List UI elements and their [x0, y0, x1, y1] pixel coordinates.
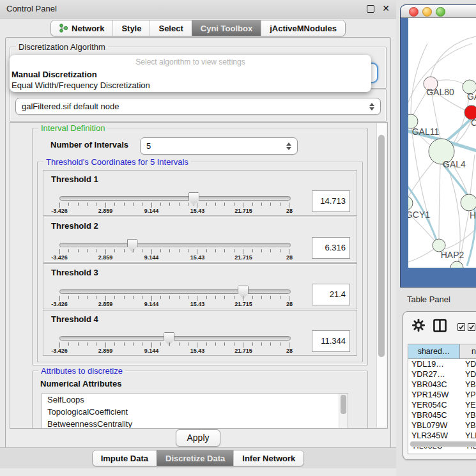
tab-label: Impute Data	[101, 454, 148, 463]
threshold-panel-2: Threshold 2-3.4262.8599.14415.4321.71528…	[43, 217, 357, 263]
gear-icon[interactable]	[412, 319, 425, 332]
minimize-traffic-light-icon[interactable]	[422, 7, 432, 17]
tab-cyni-toolbox[interactable]: Cyni Toolbox	[192, 20, 261, 36]
cell-shared-name[interactable]: YLR345W	[408, 431, 463, 441]
algorithm-hint: Select algorithm to view settings	[10, 58, 371, 66]
cell-name[interactable]: YDR2	[463, 369, 476, 380]
threshold-value-field[interactable]: 11.344	[312, 330, 350, 352]
settings-scroll-panel: Interval Definition Number of Intervals …	[10, 122, 388, 429]
tick-label: 15.43	[190, 348, 205, 354]
checkbox-icon[interactable]	[468, 323, 475, 331]
threshold-value-field[interactable]: 6.316	[312, 237, 350, 259]
attributes-title: Attributes to discretize	[38, 366, 125, 376]
column-header-shared-name[interactable]: shared…	[408, 344, 460, 358]
threshold-label: Threshold 2	[51, 221, 98, 231]
network-edge	[408, 249, 434, 263]
network-edge	[470, 155, 475, 194]
split-panel-icon[interactable]	[433, 318, 447, 333]
cell-name[interactable]: YER0	[463, 400, 476, 410]
cell-name[interactable]: YBR0	[463, 410, 476, 420]
tab-infer-network[interactable]: Infer Network	[233, 450, 303, 466]
zoom-traffic-light-icon[interactable]	[436, 7, 445, 17]
attribute-list-item[interactable]: TopologicalCoefficient	[42, 406, 348, 418]
threshold-panel-3: Threshold 3-3.4262.8599.14415.4321.71528…	[43, 263, 357, 309]
tick-label: 2.859	[98, 348, 113, 354]
apply-button[interactable]: Apply	[176, 429, 220, 447]
combo-arrows-icon	[286, 142, 291, 150]
close-icon[interactable]: ✕	[382, 3, 390, 13]
cell-name[interactable]: YBL0	[463, 420, 476, 431]
tick-label: -3.426	[51, 301, 68, 307]
panel-vertical-scrollbar[interactable]	[376, 123, 387, 427]
float-window-icon[interactable]	[367, 5, 374, 13]
algorithm-dropdown-popup: Select algorithm to view settings Manual…	[10, 55, 371, 92]
tab-label: Infer Network	[242, 454, 295, 463]
network-edge	[408, 43, 472, 114]
interval-definition-title: Interval Definition	[38, 123, 107, 133]
cell-shared-name[interactable]: YER054C	[408, 400, 463, 410]
table-row[interactable]: YLR345WYLR3	[408, 431, 476, 441]
network-edge	[439, 164, 440, 238]
column-header-name[interactable]: na	[460, 344, 476, 358]
cell-name[interactable]: YLR3	[463, 431, 476, 441]
node-table: shared… na YDL19…YDL1YDR27…YDR2YBR043CYB…	[408, 344, 476, 454]
tick-label: -3.426	[51, 348, 68, 354]
checkbox-icon[interactable]	[457, 323, 465, 331]
cell-name[interactable]: YBR0	[463, 380, 476, 390]
cyni-toolbox-panel: Discretization Algorithm Select algorith…	[5, 37, 391, 449]
table-horizontal-scrollbar[interactable]	[410, 441, 476, 447]
table-row[interactable]: YPR145WYPR1	[408, 390, 476, 400]
attribute-list-item[interactable]: SelfLoops	[42, 394, 348, 406]
attribute-list-item[interactable]: BetweennessCentrality	[42, 418, 348, 429]
cell-shared-name[interactable]: YPR145W	[408, 390, 463, 400]
tick-label: 15.43	[190, 208, 205, 214]
attributes-scrollbar[interactable]	[339, 394, 348, 429]
slider-tick-labels: -3.4262.8599.14415.4321.71528	[59, 301, 289, 308]
cell-name[interactable]: YDL1	[463, 359, 476, 369]
network-node[interactable]	[450, 261, 463, 268]
network-node-h[interactable]	[461, 194, 476, 211]
table-row[interactable]: YBR043CYBR0	[408, 380, 476, 390]
number-of-intervals-combobox[interactable]: 5	[140, 137, 298, 155]
network-node-gcy1[interactable]	[408, 196, 413, 210]
tab-style[interactable]: Style	[112, 20, 150, 36]
table-row[interactable]: YBL079WYBL0	[408, 420, 476, 431]
threshold-slider-track[interactable]	[59, 243, 291, 247]
cell-shared-name[interactable]: YBL079W	[408, 420, 463, 431]
tab-network[interactable]: Network	[51, 20, 112, 36]
tick-label: 9.144	[144, 348, 159, 354]
tab-impute-data[interactable]: Impute Data	[93, 450, 157, 466]
threshold-slider-track[interactable]	[59, 196, 291, 201]
cell-shared-name[interactable]: YBR045C	[408, 410, 463, 420]
cell-name[interactable]: YPR1	[463, 390, 476, 400]
tab-jactivemnodules[interactable]: jActiveMNodules	[261, 20, 345, 36]
close-traffic-light-icon[interactable]	[409, 7, 418, 17]
network-canvas[interactable]: GAL80GACGAL11GAL4GCY1HHAP2	[408, 18, 476, 268]
control-panel-titlebar: Control Panel ✕	[0, 0, 396, 19]
tick-label: 2.859	[98, 254, 113, 261]
table-panel-window: shared… na YDL19…YDL1YDR27…YDR2YBR043CYB…	[403, 311, 476, 460]
network-icon	[59, 24, 68, 33]
algorithm-option-equal-width[interactable]: Equal Width/Frequency Discretization	[11, 80, 370, 91]
algorithm-option-manual[interactable]: Manual Discretization	[11, 69, 370, 81]
table-data-combobox[interactable]: galFiltered.sif default node	[15, 98, 381, 115]
network-edge	[413, 90, 427, 116]
tab-label: Network	[72, 24, 104, 33]
threshold-value-field[interactable]: 21.4	[312, 284, 350, 305]
table-row[interactable]: YDL19…YDL1	[408, 359, 476, 369]
cell-shared-name[interactable]: YBR043C	[408, 380, 463, 390]
cell-shared-name[interactable]: YDL19…	[408, 359, 463, 369]
attributes-group: Attributes to discretize Numerical Attri…	[32, 371, 368, 429]
table-row[interactable]: YBR045CYBR0	[408, 410, 476, 420]
cell-shared-name[interactable]: YDR27…	[408, 369, 463, 380]
tab-select[interactable]: Select	[150, 20, 191, 36]
threshold-slider-track[interactable]	[59, 289, 291, 294]
thresholds-group: Threshold's Coordinates for 5 Intervals …	[37, 162, 363, 362]
network-node-label: GCY1	[408, 210, 430, 220]
table-row[interactable]: YDR27…YDR2	[408, 369, 476, 380]
tab-discretize-data[interactable]: Discretize Data	[157, 450, 233, 466]
threshold-value-field[interactable]: 14.713	[312, 190, 350, 212]
table-row[interactable]: YER054CYER0	[408, 400, 476, 410]
number-of-intervals-label: Number of Intervals	[50, 140, 128, 150]
threshold-slider-track[interactable]	[59, 336, 291, 341]
